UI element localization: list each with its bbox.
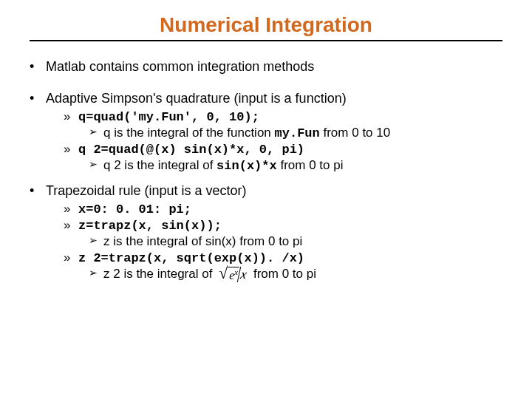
formula-sqrt-ex-over-x: √ ex x — [219, 267, 247, 282]
desc-q: q is the integral of the function my.Fun… — [89, 126, 502, 140]
desc-z: z is the integral of sin(x) from 0 to pi — [89, 234, 502, 249]
code-line-q2: q 2=quad(@(x) sin(x)*x, 0, pi) — [64, 142, 502, 157]
code-z2: z 2=trapz(x, sqrt(exp(x)). /x) — [78, 251, 304, 265]
desc-z2-post: from 0 to pi — [253, 267, 316, 281]
desc-q-code: my.Fun — [275, 126, 320, 140]
code-line-q: q=quad('my.Fun', 0, 10); — [64, 109, 502, 124]
desc-q-pre: q is the integral of the function — [103, 126, 275, 140]
code-line-z2: z 2=trapz(x, sqrt(exp(x)). /x) — [64, 250, 502, 265]
bullet-simpson: Adaptive Simpson's quadrature (input is … — [30, 91, 502, 106]
code-line-x: x=0: 0. 01: pi; — [64, 202, 502, 216]
desc-z2-pre: z 2 is the integral of — [103, 267, 216, 281]
desc-z2: z 2 is the integral of √ ex x from 0 to … — [89, 267, 502, 282]
desc-q2: q 2 is the integral of sin(x)*x from 0 t… — [89, 158, 502, 173]
desc-q2-pre: q 2 is the integral of — [103, 158, 216, 172]
title-divider — [30, 40, 502, 41]
code-x: x=0: 0. 01: pi; — [78, 202, 191, 216]
bullet-intro: Matlab contains common integration metho… — [30, 59, 502, 75]
desc-q2-code: sin(x)*x — [216, 159, 277, 173]
desc-q2-post: from 0 to pi — [277, 158, 344, 172]
bullet-trapz: Trapezoidal rule (input is a vector) — [30, 183, 502, 199]
desc-q-post: from 0 to 10 — [320, 126, 390, 140]
code-q2: q 2=quad(@(x) sin(x)*x, 0, pi) — [78, 143, 304, 157]
code-q: q=quad('my.Fun', 0, 10); — [78, 110, 259, 124]
code-z: z=trapz(x, sin(x)); — [78, 219, 222, 233]
code-line-z: z=trapz(x, sin(x)); — [64, 218, 502, 233]
formula-exp: x — [234, 267, 238, 276]
slide-title: Numerical Integration — [30, 13, 502, 37]
